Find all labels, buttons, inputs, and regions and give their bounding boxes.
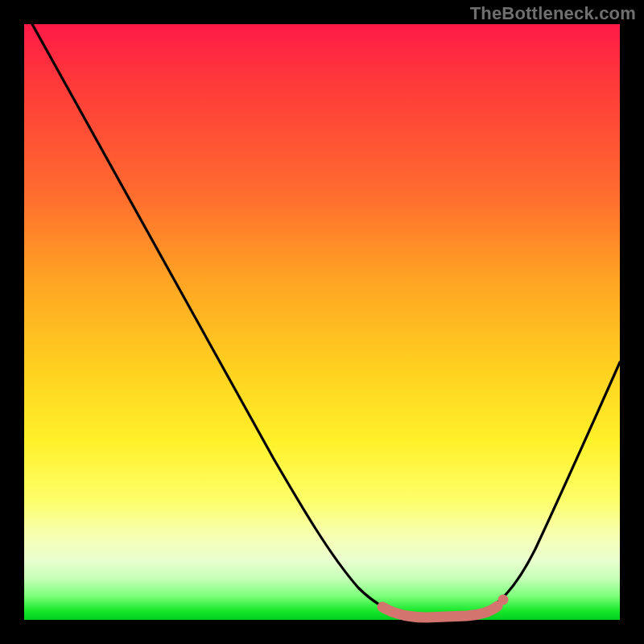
bottleneck-curve: [32, 24, 620, 616]
optimum-end-dot: [498, 595, 509, 605]
chart-frame: TheBottleneck.com: [0, 0, 644, 644]
curve-svg: [24, 24, 620, 620]
plot-area: [24, 24, 620, 620]
watermark-text: TheBottleneck.com: [470, 3, 636, 24]
optimum-band: [382, 606, 497, 617]
